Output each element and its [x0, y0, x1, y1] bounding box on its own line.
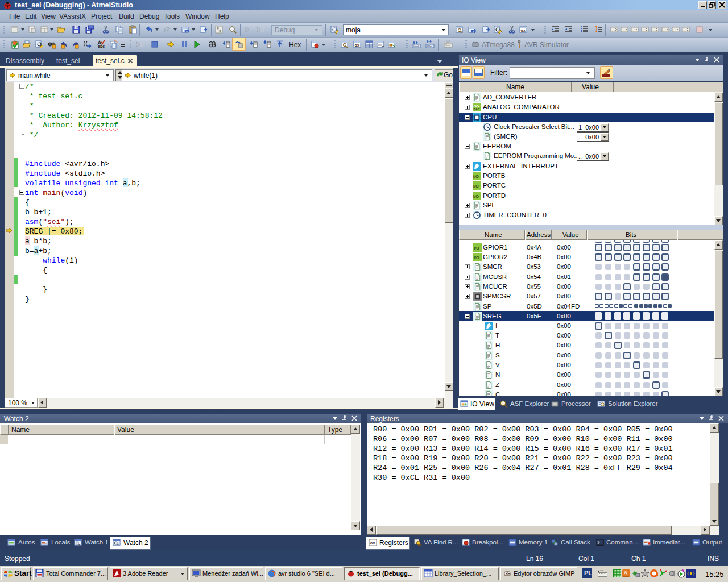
- svg-text:ADC: ADC: [473, 104, 479, 107]
- svg-text:I/O: I/O: [474, 246, 479, 251]
- svg-text:DAC: DAC: [473, 107, 479, 111]
- svg-text:I/O: I/O: [473, 184, 479, 189]
- svg-text:I/O: I/O: [474, 255, 479, 260]
- svg-text:ox: ox: [521, 28, 526, 33]
- svg-text:abc: abc: [98, 44, 105, 48]
- svg-text:ox: ox: [370, 541, 376, 546]
- svg-text:ox: ox: [355, 43, 360, 48]
- svg-text:I/O: I/O: [473, 174, 479, 179]
- svg-text:I/O: I/O: [473, 194, 479, 199]
